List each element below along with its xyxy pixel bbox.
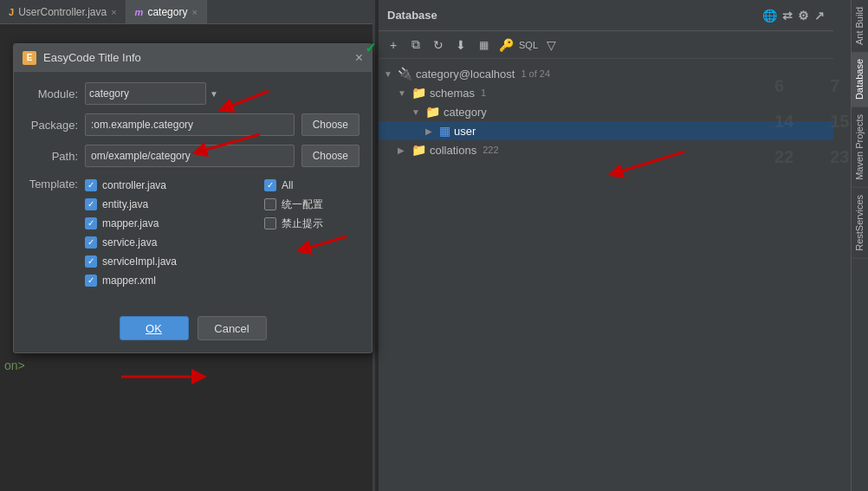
folder-icon-collations: 📁 xyxy=(411,143,426,157)
checkbox-disable-label: 禁止提示 xyxy=(282,216,323,231)
side-tab-ant-build[interactable]: Ant Build xyxy=(852,0,868,52)
right-side-column: Ant Build Database Maven Projects RestSe… xyxy=(851,0,868,491)
checkbox-controller-label: controller.java xyxy=(102,179,166,191)
tree-label-root: category@localhost xyxy=(416,68,515,81)
arrow-down-btn[interactable]: ⬇ xyxy=(451,36,470,55)
module-select-wrapper: category ▼ xyxy=(85,82,223,105)
db-header-icons: 🌐 ⇄ ⚙ ↗ xyxy=(762,9,825,23)
tree-arrow-collations: ▶ xyxy=(398,145,408,155)
dialog-body: Module: category ▼ Package: Choose Path:… xyxy=(14,72,372,307)
tree-arrow-category: ▼ xyxy=(411,107,422,117)
cb-row-disable: 禁止提示 xyxy=(264,214,360,233)
tree-item-collations[interactable]: ▶ 📁 collations 222 xyxy=(379,140,833,159)
key-btn[interactable]: 🔑 xyxy=(496,36,515,55)
add-datasource-btn[interactable]: + xyxy=(384,36,403,55)
ok-button[interactable]: OK xyxy=(120,316,189,340)
template-section: Template: controller.java entity.java ma… xyxy=(26,176,360,290)
checkmark-icon: ✓ xyxy=(365,40,376,56)
module-select[interactable]: category xyxy=(85,82,206,105)
dialog-close-button[interactable]: × xyxy=(355,51,363,65)
cb-row-mapper: mapper.java xyxy=(85,214,257,233)
database-title: Database xyxy=(387,9,437,22)
settings-icon[interactable]: ⚙ xyxy=(798,9,809,23)
dialog-title-text: EasyCode Title Info xyxy=(43,51,348,64)
tree-label-user: user xyxy=(454,125,476,138)
tree-item-category[interactable]: ▼ 📁 category xyxy=(379,102,833,121)
template-label: Template: xyxy=(26,176,78,290)
path-choose-button[interactable]: Choose xyxy=(301,145,360,167)
globe-icon[interactable]: 🌐 xyxy=(762,9,777,23)
checkbox-mapper[interactable] xyxy=(85,217,97,229)
tree-item-root[interactable]: ▼ 🔌 category@localhost 1 of 24 xyxy=(379,64,833,83)
checkbox-entity[interactable] xyxy=(85,198,97,210)
cb-row-entity: entity.java xyxy=(85,195,257,214)
path-input[interactable] xyxy=(85,145,295,167)
cancel-button[interactable]: Cancel xyxy=(198,316,267,340)
table-btn[interactable]: ▦ xyxy=(474,36,493,55)
java-icon: J xyxy=(9,7,14,17)
tree-label-schemas: schemas xyxy=(430,87,475,100)
sync-icon[interactable]: ⇄ xyxy=(782,9,793,23)
console-btn[interactable]: SQL xyxy=(519,36,538,55)
tree-badge-collations: 222 xyxy=(483,145,498,155)
package-choose-button[interactable]: Choose xyxy=(301,113,360,136)
checkbox-unified-label: 统一配置 xyxy=(282,197,323,212)
cb-row-service: service.java xyxy=(85,233,257,252)
expand-icon[interactable]: ↗ xyxy=(814,9,825,23)
db-toolbar: + ⧉ ↻ ⬇ ▦ 🔑 SQL ▽ xyxy=(379,31,833,59)
package-row: Package: Choose xyxy=(26,113,360,136)
checkbox-entity-label: entity.java xyxy=(102,198,148,210)
side-tab-maven[interactable]: Maven Projects xyxy=(852,107,868,188)
chevron-down-icon: ▼ xyxy=(210,89,218,99)
path-row: Path: Choose xyxy=(26,145,360,167)
checkbox-serviceimpl[interactable] xyxy=(85,255,97,268)
tree-label-collations: collations xyxy=(430,144,476,157)
cb-row-mapperxml: mapper.xml xyxy=(85,271,257,290)
checkbox-mapper-label: mapper.java xyxy=(102,217,159,229)
checkbox-all[interactable] xyxy=(264,179,276,191)
tree-badge-schemas: 1 xyxy=(481,87,486,98)
tab-user-controller-close[interactable]: × xyxy=(111,7,116,17)
dialog-footer: OK Cancel xyxy=(14,307,372,352)
tab-category-label: category xyxy=(147,6,187,18)
checkbox-controller[interactable] xyxy=(85,179,97,191)
cb-row-serviceimpl: serviceImpl.java xyxy=(85,252,257,271)
dialog-title-icon: E xyxy=(23,51,36,65)
tree-label-category: category xyxy=(444,106,487,119)
side-tab-rest[interactable]: RestServices xyxy=(852,188,868,259)
cb-row-unified: 统一配置 xyxy=(264,195,360,214)
checkboxes-right: All 统一配置 禁止提示 xyxy=(264,176,360,290)
checkbox-mapperxml-label: mapper.xml xyxy=(102,275,156,287)
tree-arrow-root: ▼ xyxy=(384,69,394,79)
copy-btn[interactable]: ⧉ xyxy=(406,36,425,55)
checkbox-disable[interactable] xyxy=(264,217,276,229)
tab-category[interactable]: m category × xyxy=(126,0,207,23)
tab-category-close[interactable]: × xyxy=(191,7,197,17)
side-tab-database[interactable]: Database xyxy=(852,52,868,107)
tree-item-schemas[interactable]: ▼ 📁 schemas 1 xyxy=(379,83,833,102)
tree-arrow-user: ▶ xyxy=(425,126,436,136)
filter-btn[interactable]: ▽ xyxy=(541,36,560,55)
folder-icon-schemas: 📁 xyxy=(411,86,426,100)
checkbox-unified[interactable] xyxy=(264,198,276,210)
dialog: E EasyCode Title Info × Module: category… xyxy=(13,43,372,353)
module-label: Module: xyxy=(26,87,78,100)
checkbox-serviceimpl-label: serviceImpl.java xyxy=(102,255,177,268)
checkbox-service[interactable] xyxy=(85,236,97,249)
checkbox-mapperxml[interactable] xyxy=(85,275,97,287)
checkbox-all-label: All xyxy=(282,179,293,191)
folder-icon-category: 📁 xyxy=(425,105,440,119)
tree-badge-root: 1 of 24 xyxy=(521,68,550,79)
tab-user-controller-label: UserController.java xyxy=(18,6,107,18)
table-icon-user: ▦ xyxy=(439,124,450,138)
tree-arrow-schemas: ▼ xyxy=(398,88,408,98)
refresh-btn[interactable]: ↻ xyxy=(429,36,448,55)
package-input[interactable] xyxy=(85,113,295,136)
tree-item-user[interactable]: ▶ ▦ user xyxy=(379,121,833,140)
module-row: Module: category ▼ xyxy=(26,82,360,105)
package-label: Package: xyxy=(26,119,78,132)
tab-user-controller[interactable]: J UserController.java × xyxy=(0,0,126,23)
database-panel: Database 🌐 ⇄ ⚙ ↗ + ⧉ ↻ ⬇ ▦ 🔑 SQL ▽ 67891… xyxy=(379,0,833,491)
checkboxes-left: controller.java entity.java mapper.java … xyxy=(85,176,257,290)
path-label: Path: xyxy=(26,150,78,163)
